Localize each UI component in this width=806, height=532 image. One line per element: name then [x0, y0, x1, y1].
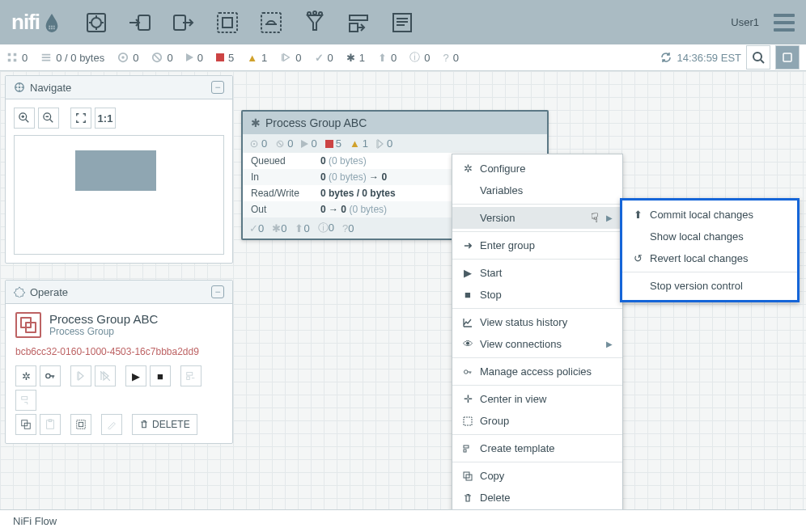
svg-rect-11 [223, 18, 232, 27]
ctx-center[interactable]: ✛Center in view [452, 388, 622, 410]
ctx-view-connections[interactable]: 👁View connections▶ [452, 333, 622, 355]
op-color-button[interactable] [101, 414, 122, 435]
submenu-stop-vc[interactable]: Stop version control [622, 275, 797, 297]
svg-point-14 [313, 11, 316, 15]
pg-stats: 0 0 0 5 ▲1 0 [243, 134, 547, 153]
not-transmitting-stat: 0 [151, 52, 172, 64]
running-stat: 0 [186, 52, 203, 64]
ctx-create-template[interactable]: Create template [452, 437, 622, 459]
svg-rect-35 [22, 397, 28, 400]
operate-collapse-button[interactable]: − [211, 285, 224, 298]
navigate-title: Navigate [30, 82, 71, 94]
zoom-in-button[interactable] [14, 108, 35, 129]
submenu-commit[interactable]: ⬆Commit local changes [622, 204, 797, 226]
invalid-stat: ▲ 1 [247, 52, 267, 64]
ctx-enter-group[interactable]: ➜Enter group [452, 234, 622, 256]
svg-point-26 [753, 53, 761, 61]
global-menu-button[interactable] [774, 14, 795, 32]
username: User1 [731, 16, 759, 28]
process-group-type-icon [15, 312, 41, 338]
last-refresh-time: 14:36:59 EST [677, 52, 742, 64]
ctx-configure[interactable]: ✲Configure [452, 158, 622, 179]
operate-uuid: bcb6cc32-0160-1000-4503-16c7bbba2dd9 [15, 346, 223, 357]
ctx-stop[interactable]: ■Stop [452, 284, 622, 306]
transmitting-stat: 0 [117, 52, 138, 64]
submenu-revert[interactable]: ↺Revert local changes [622, 247, 797, 269]
nifi-logo: nifi [11, 10, 61, 35]
component-palette [83, 10, 415, 36]
input-port-icon[interactable] [127, 10, 153, 36]
op-disable-button[interactable] [95, 365, 116, 386]
ctx-copy[interactable]: Copy [452, 465, 622, 487]
pg-title: Process Group ABC [265, 116, 367, 129]
navigate-panel: Navigate − 1:1 [5, 75, 233, 264]
zoom-out-button[interactable] [38, 108, 59, 129]
svg-point-43 [253, 142, 255, 144]
op-group-button[interactable] [70, 414, 91, 435]
minimap-object [75, 150, 156, 191]
submenu-show[interactable]: Show local changes [622, 226, 797, 247]
queued-stat: 0 / 0 bytes [40, 52, 104, 64]
top-toolbar: nifi User1 [0, 0, 806, 44]
refresh-icon[interactable] [660, 51, 672, 64]
template-icon[interactable] [346, 10, 371, 36]
ctx-start[interactable]: ▶Start [452, 262, 622, 284]
svg-rect-5 [53, 27, 55, 29]
svg-rect-47 [464, 445, 469, 448]
birdseye-minimap[interactable] [14, 135, 224, 255]
svg-rect-21 [8, 59, 11, 62]
svg-rect-34 [187, 377, 190, 380]
search-button[interactable] [746, 45, 770, 70]
ctx-group[interactable]: Group [452, 410, 622, 432]
svg-rect-33 [187, 373, 193, 376]
zoom-fit-button[interactable] [70, 108, 91, 129]
bulletin-button[interactable] [775, 45, 800, 70]
svg-rect-0 [49, 25, 50, 27]
context-menu: ✲Configure Variables Version▶ ➜Enter gro… [452, 154, 623, 513]
status-bar: 0 0 / 0 bytes 0 0 0 5 ▲ 1 0 ✓ 0 ✱ 1 ⬆ 0 … [0, 44, 806, 71]
svg-rect-41 [78, 422, 83, 426]
processor-icon[interactable] [83, 10, 109, 36]
flow-canvas[interactable]: Navigate − 1:1 Operate [0, 71, 806, 509]
op-configure-button[interactable]: ✲ [15, 365, 36, 386]
ctx-view-status[interactable]: View status history [452, 311, 622, 333]
output-port-icon[interactable] [171, 10, 197, 36]
navigate-panel-header: Navigate − [6, 76, 232, 99]
stopped-stat: 5 [216, 52, 234, 64]
op-delete-button[interactable]: DELETE [132, 414, 197, 435]
label-icon[interactable] [389, 10, 415, 36]
op-stop-button[interactable]: ■ [150, 365, 171, 386]
remote-process-group-icon[interactable] [258, 10, 284, 36]
svg-rect-27 [783, 53, 791, 61]
svg-rect-3 [49, 27, 50, 29]
op-start-button[interactable]: ▶ [125, 365, 146, 386]
ctx-delete[interactable]: Delete [452, 487, 622, 509]
op-access-button[interactable] [40, 365, 61, 386]
op-enable-button[interactable] [70, 365, 91, 386]
ctx-version[interactable]: Version▶ [452, 207, 622, 229]
locally-modified-stat: ✱ 1 [346, 52, 365, 64]
svg-rect-46 [464, 417, 472, 425]
operate-title: Operate [30, 286, 68, 298]
svg-rect-1 [51, 25, 53, 27]
funnel-icon[interactable] [302, 10, 328, 36]
ctx-manage-access[interactable]: Manage access policies [452, 361, 622, 382]
process-group-icon[interactable] [214, 10, 240, 36]
svg-rect-19 [8, 53, 11, 57]
op-paste-button[interactable] [40, 414, 61, 435]
op-template-button[interactable] [180, 365, 202, 386]
svg-rect-20 [14, 53, 17, 57]
operate-panel: Operate − Process Group ABC Process Grou… [5, 280, 233, 444]
svg-rect-10 [218, 13, 237, 32]
op-upload-button[interactable] [15, 390, 36, 411]
operate-name: Process Group ABC [49, 312, 158, 326]
svg-rect-2 [53, 25, 55, 27]
ctx-variables[interactable]: Variables [452, 179, 622, 201]
zoom-actual-button[interactable]: 1:1 [95, 108, 116, 129]
operate-type: Process Group [49, 326, 158, 337]
op-copy-button[interactable] [15, 414, 36, 435]
breadcrumb[interactable]: NiFi Flow [0, 509, 806, 532]
navigate-collapse-button[interactable]: − [211, 81, 224, 94]
svg-rect-40 [77, 420, 86, 429]
breadcrumb-root[interactable]: NiFi Flow [13, 515, 57, 527]
